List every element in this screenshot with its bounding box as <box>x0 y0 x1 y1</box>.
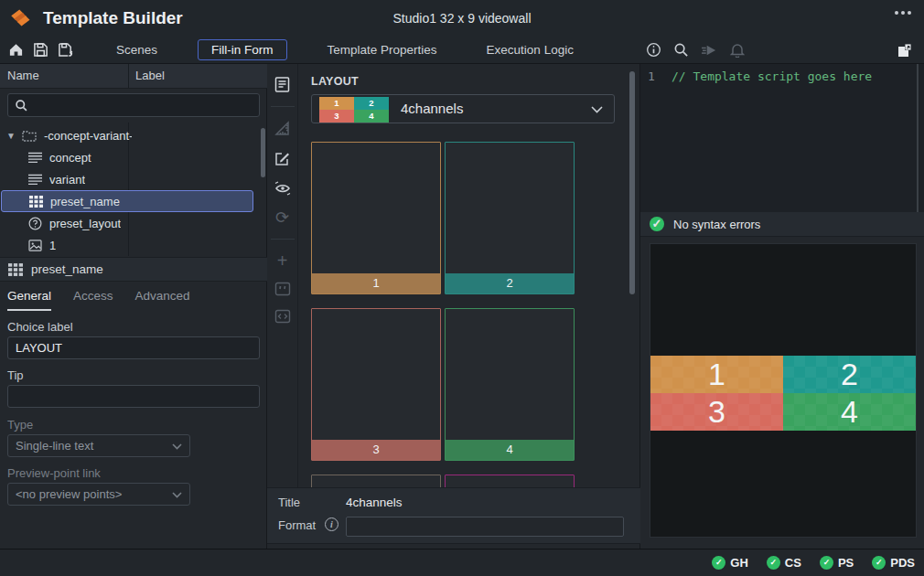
status-pds: ✓ PDS <box>872 556 915 570</box>
toolbar-divider <box>271 239 295 240</box>
tab-advanced[interactable]: Advanced <box>135 289 190 311</box>
preview-screen: 1 2 3 4 <box>650 243 917 538</box>
preview-point-link-select[interactable]: <no preview points> <box>7 483 190 506</box>
properties-tabs: General Access Advanced <box>7 289 190 311</box>
preview-cell-3: 3 <box>650 393 783 431</box>
overflow-menu-icon[interactable] <box>895 11 911 15</box>
status-ps: ✓ PS <box>820 556 854 570</box>
check-circle-icon: ✓ <box>820 556 833 570</box>
home-icon[interactable] <box>8 42 24 58</box>
tab-scenes[interactable]: Scenes <box>107 39 167 60</box>
form-toolbar: ⟳ + <box>267 64 298 487</box>
type-select[interactable]: Single-line text <box>7 434 190 457</box>
add-icon[interactable]: + <box>277 252 288 269</box>
form-fields-icon[interactable] <box>274 76 291 93</box>
notifications-bell-icon[interactable] <box>730 42 745 58</box>
text-lines-icon <box>28 152 42 164</box>
choice-label-label: Choice label <box>7 320 73 334</box>
template-script-editor[interactable]: 1 // Template script goes here <box>640 64 924 212</box>
caret-down-icon[interactable]: ▼ <box>6 131 16 141</box>
tree-item-variant[interactable]: variant <box>1 168 260 190</box>
quote-block-icon[interactable] <box>274 282 291 296</box>
check-circle-icon: ✓ <box>712 556 725 570</box>
toolbar-divider <box>271 106 295 107</box>
app-logo-icon <box>9 6 34 31</box>
column-name: Name <box>7 69 39 82</box>
tip-input[interactable] <box>7 385 260 408</box>
column-divider <box>128 64 129 89</box>
layout-dropdown-value: 4channels <box>401 101 463 116</box>
preview-cell-4: 4 <box>783 393 916 431</box>
preview-point-link-label: Preview-point link <box>7 466 101 480</box>
editor-scrollbar[interactable] <box>917 64 919 212</box>
preview-cell-2: 2 <box>783 356 916 393</box>
tree-item-concept[interactable]: concept <box>1 146 260 168</box>
preview-eye-icon[interactable] <box>274 180 292 197</box>
layout-detail-bar: Title 4channels Format i <box>267 487 640 544</box>
save-icon[interactable] <box>33 42 48 58</box>
format-label: Format <box>278 518 316 532</box>
videowall-grid-icon <box>8 263 23 276</box>
syntax-status-bar: ✓ No syntax errors <box>640 212 924 237</box>
tab-template-properties[interactable]: Template Properties <box>318 39 446 60</box>
tree-item-preset-name[interactable]: preset_name <box>1 190 253 212</box>
column-label: Label <box>135 69 165 82</box>
tree-search-input[interactable] <box>34 95 253 115</box>
videowall-preview: 1 2 3 4 <box>640 237 924 549</box>
ruler-icon[interactable] <box>274 120 291 137</box>
properties-header: preset_name <box>0 257 267 282</box>
image-icon <box>28 240 42 251</box>
tree-item-preset-layout[interactable]: preset_layout <box>1 212 260 234</box>
preview-channel-band: 1 2 3 4 <box>650 356 916 431</box>
layout-card-2[interactable]: 2 <box>445 142 575 294</box>
script-comment: // Template script goes here <box>672 69 872 83</box>
open-external-window-icon[interactable] <box>897 42 913 59</box>
layout-card-4[interactable]: 4 <box>445 308 575 461</box>
tip-label: Tip <box>7 368 24 382</box>
publish-icon[interactable] <box>701 43 718 58</box>
check-circle-icon: ✓ <box>872 556 886 570</box>
tab-fill-in-form[interactable]: Fill-in Form <box>198 39 287 60</box>
status-cs: ✓ CS <box>767 556 801 570</box>
tree-item-concept-variant[interactable]: ▼ -concept-variant-c <box>1 124 260 146</box>
script-and-preview-panel: 1 // Template script goes here ✓ No synt… <box>640 64 924 549</box>
format-info-icon[interactable]: i <box>325 517 338 531</box>
search-icon <box>15 99 28 112</box>
tab-general[interactable]: General <box>7 289 51 311</box>
menu-bar: Scenes Fill-in Form Template Properties … <box>0 37 924 64</box>
title-value: 4channels <box>346 496 403 509</box>
folder-icon <box>22 129 37 142</box>
status-gh: ✓ GH <box>712 556 748 570</box>
question-circle-icon <box>28 217 42 230</box>
cards-scrollbar[interactable] <box>629 71 635 294</box>
refresh-icon[interactable]: ⟳ <box>275 209 289 226</box>
chevron-down-icon <box>591 106 603 113</box>
format-input[interactable] <box>346 517 624 537</box>
edit-field-icon[interactable] <box>274 150 291 167</box>
check-circle-icon: ✓ <box>767 556 780 570</box>
syntax-status-text: No syntax errors <box>673 218 760 231</box>
info-icon[interactable] <box>646 42 661 58</box>
tab-execution-logic[interactable]: Execution Logic <box>478 39 583 60</box>
search-icon[interactable] <box>673 42 689 58</box>
save-as-icon[interactable] <box>58 42 74 58</box>
tree-item-image-1[interactable]: 1 <box>1 234 260 256</box>
layout-card-3[interactable]: 3 <box>311 308 441 461</box>
properties-title: preset_name <box>31 262 103 276</box>
layout-card-5[interactable] <box>311 475 441 487</box>
choice-label-input[interactable] <box>7 336 260 359</box>
fields-panel: Name Label ▼ -concept-variant-c concept <box>0 64 267 549</box>
layout-card-6[interactable] <box>445 475 575 487</box>
type-label: Type <box>7 418 33 432</box>
code-block-icon[interactable] <box>274 309 291 324</box>
layout-field-label: LAYOUT <box>311 75 359 88</box>
tree-scrollbar[interactable] <box>261 128 265 177</box>
tab-access[interactable]: Access <box>73 289 113 311</box>
title-label: Title <box>278 496 300 509</box>
tree-search-box <box>7 93 260 117</box>
top-bar: Template Builder Studio1 32 x 9 videowal… <box>0 0 924 37</box>
template-builder-window: Template Builder Studio1 32 x 9 videowal… <box>0 0 924 576</box>
layout-options-grid: 1 2 3 4 <box>298 137 629 487</box>
layout-card-1[interactable]: 1 <box>311 142 441 294</box>
layout-dropdown[interactable]: 1 2 3 4 4channels <box>311 94 615 123</box>
